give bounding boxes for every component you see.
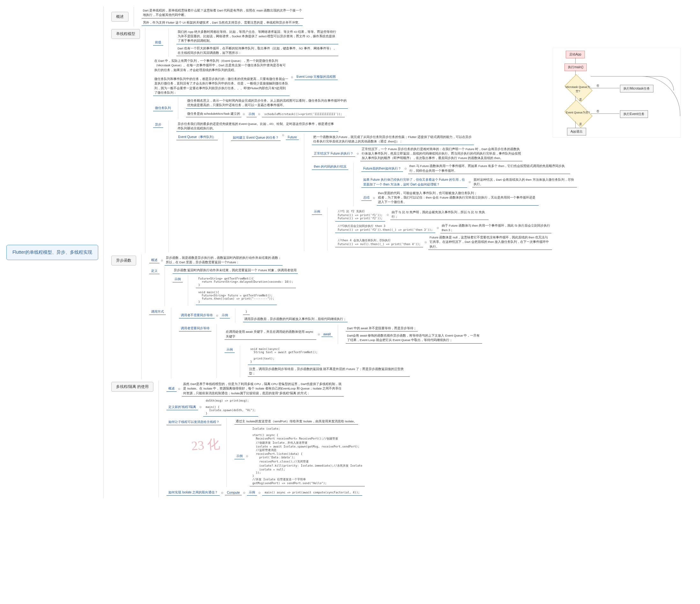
then-a1: then 与 Future 函数体共用一个事件循环。而如果 Future 有多个… <box>408 163 570 174</box>
eventloop-caption: Event Loop 完整版的流程图 <box>295 74 338 80</box>
sub-premise: 前提 <box>153 40 163 46</box>
ex3-note: Future 函数体是 null，这意味着它不需要也没有事件循环，因此后续的 t… <box>428 235 552 250</box>
future-p1: 把一个函数体放入Future，就完成了从同步任务到异步任务的包装；Flutter… <box>312 134 474 145</box>
wait-label: 调用者需要同步等待 <box>179 325 211 332</box>
ex2-note: 由于 Future 函数体与 then 共用一个事件循环，因此 f3 执行后会立… <box>441 223 551 234</box>
single-intro: 在 Dart 中，实际上有两个队列，一个事件队列（Event Queue），另一… <box>153 58 290 96</box>
asyncfn-def-code: Future<String> getTextFromNet(){ return … <box>196 276 296 288</box>
asyncfn-def-label: 定义 <box>149 268 159 274</box>
then-a2: 面对这种情况，Dart 会将后续加入的 then 方法体放入微任务队列，尽快执行… <box>472 177 577 188</box>
nowait-ex: 示例 <box>220 312 230 318</box>
ex2-code: //f3执行后会立刻同步执行 then 3 Future(() => print… <box>335 223 435 233</box>
await-label: await <box>322 332 333 337</box>
await-p2: Dart会将 await 修饰的函数也视作异步函数，将等待语句的上下文放入 Ev… <box>346 333 482 344</box>
root-node: Flutter的单线程模型、异步、多线程实现 <box>6 245 98 260</box>
premise-p2: Dart 也有一个巨大的事件循环，在不断的轮询事件队列，取出事件（比如，键盘事件… <box>176 46 339 56</box>
wait-text: 在调用处使用 await 关键字，并且在调用处的函数体使用 async 关键字 <box>225 329 316 340</box>
fc-main: 执行main() <box>565 63 587 71</box>
iso-ov-text: 虽然 Dart是基于单线程模型的，但是为了利用多核 CPU，隔离 CPU 密集型… <box>182 381 344 396</box>
iso-bi-code: main() async => print(await compute(sync… <box>262 490 362 496</box>
micro-example-label: 示例 <box>247 111 257 117</box>
micro-code: scheduleMicrotask(()=>print('11111111111… <box>262 111 345 117</box>
micro-p2: 微任务是由 scheduleMicroTask 建立的 <box>186 111 242 117</box>
overview-p1: Dart 是单线程的，那单线程意味着什么呢？这意味着 Dart 代码是有序的，按… <box>142 8 304 19</box>
iso-back-text: 通过主 Isolate的发送管道（sendPort）传给并发 Isolate，由… <box>234 419 358 424</box>
asyncfn-call-label: 调用方式 <box>149 309 166 315</box>
sub-microtask: 微任务队列 <box>153 105 173 111</box>
fc-micro-q: Microtask Queue为空? <box>565 85 591 94</box>
iso-ov-label: 概述 <box>167 386 177 392</box>
conclusion-text: then里面的代码，可能会被放入 事件队列，也可能被放入微任务队列； 或者，为了… <box>377 190 539 206</box>
asyncfn-ov-text: 异步函数，就是函数是异步执行的，函数返回时内部的执行动作并未结束的 函数； 所以… <box>165 255 283 266</box>
iso-new-label: 定义新的'线程'/隔离 <box>167 404 198 410</box>
asyncfn-def-text: 异步函数 返回时内部执行动作并未结束，因此需要返回一个 Future 对象，供调… <box>173 267 298 273</box>
wait-ex-label: 示例 <box>225 347 235 353</box>
overview-p2: 另外，作为支持 Flutter 这个 UI 框架的关键技术，Dart 当然也支持… <box>142 20 303 26</box>
ex3-code: //then 4 会加入微任务队列，尽快执行 Future(() => null… <box>335 237 423 247</box>
ex1-code: //f1 比 f2 先执行 Future(() => print('f1'));… <box>335 208 385 221</box>
sub-async: 异步 <box>153 122 163 128</box>
sub-event-queue: Event Queue（事件队列） <box>176 134 218 140</box>
asyncfn-def-call-code: void main(){ Future<String> future = get… <box>196 289 277 305</box>
asyncfn-def-ex: 示例 <box>173 277 183 282</box>
wait-note: 注意，调用异步函数同步等待后，异步函数的返回值 就不再是外层的 Future 了… <box>248 366 410 377</box>
fc-yes1: 是 <box>577 98 583 102</box>
iso-bi-label: 如何实现 Isolate 之间的双向通信？ <box>167 490 220 496</box>
sub-then-exec: then 的代码的执行情况 <box>312 164 348 170</box>
await-p1: Dart 中的 await 并不是阻塞等待，而是异步等待； <box>346 325 418 332</box>
normal-text: 正常情况下，一个 Future 异步任务的执行是相对简单的：在我们声明一个 Fu… <box>360 146 522 162</box>
iso-back-label: 如何让子线程可以发消息给主线程？ <box>167 419 221 425</box>
nowait-note: 调用异步函数后，异步函数的代码被放入事件队列，后续代码继续执行； <box>243 316 348 322</box>
ex1-note: 由于 f1 比 f2 先声明，因此会被先加入事件队列，所以 f1 比 f2 先执… <box>390 209 489 220</box>
then-q2: 如果 Future 执行体已经执行完毕了，但你又拿着这个 Future 的引用，… <box>361 177 467 188</box>
nowait-label: 调用者不需要同步等待 <box>179 312 215 318</box>
iso-compute-label: Compute <box>225 490 242 495</box>
iso-back-code: Isolate isolate; start() async { Receive… <box>250 426 365 487</box>
event-intro: 异步任务我们用的最多的还是优先级更低的 Event Queue。比如，I/O、绘… <box>176 121 339 132</box>
sub-howto: 如何建立 Event Queue 的任务？ <box>231 135 281 141</box>
topic-single-thread: 单线程模型 <box>111 29 140 39</box>
iso-new-code: doSth(msg) => print(msg); main() { Isola… <box>203 398 258 417</box>
fc-exit: App退出 <box>567 128 586 135</box>
topic-isolate: 多线程/隔离 的使用 <box>111 382 154 392</box>
sub-normal-exec: 正常情况下 Future 的执行？ <box>312 151 355 157</box>
then-q1: Future后的then如何执行？ <box>361 165 403 172</box>
eventloop-flowchart: 启动App 执行main() Microtask Queue为空? 否 执行Mi… <box>553 48 681 138</box>
nowait-code: } <box>243 309 250 315</box>
iso-bi-ex-label: 示例 <box>247 490 257 496</box>
sub-conclusion: 总结 <box>361 195 372 201</box>
topic-overview: 概述 <box>111 12 128 22</box>
fc-event-q: Event Queue为空? <box>565 111 591 115</box>
premise-p1: 我们的 App 绝大多数时间都在等待。比如，等用户点击、等网络请求返回、等文件 … <box>176 29 339 44</box>
fc-start: 启动App <box>566 51 585 58</box>
topic-async-fn: 异步函数 <box>111 256 136 265</box>
fc-yes2: 是 <box>577 122 583 126</box>
micro-p1: 微任务顾名思义，表示一个短时间内就会完成的异步任务。从上面的流程图可以看到，微任… <box>186 98 348 109</box>
iso-back-ex-label: 示例 <box>234 453 245 459</box>
asyncfn-ov-label: 概述 <box>149 257 159 263</box>
wait-code: void main()async{ String text = await ge… <box>248 346 320 365</box>
sub-examples: 示例 <box>312 209 322 215</box>
sub-future: Future <box>286 135 299 140</box>
